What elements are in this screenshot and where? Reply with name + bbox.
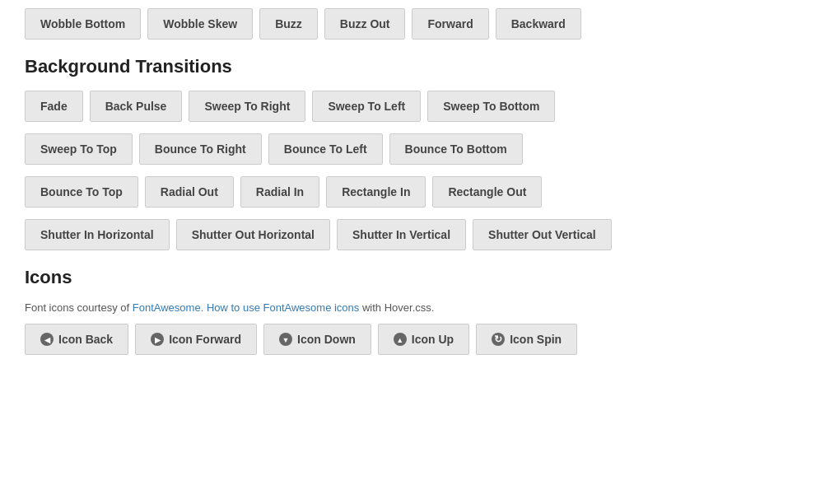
bg-transition-button[interactable]: Sweep To Top	[25, 133, 133, 165]
icons-desc-prefix: Font icons courtesy of	[25, 301, 133, 314]
icon-button-label: Icon Back	[58, 333, 113, 346]
bg-transition-button[interactable]: Fade	[25, 91, 83, 122]
bg-transition-button[interactable]: Back Pulse	[90, 91, 183, 122]
bg-transition-button[interactable]: Radial In	[240, 176, 319, 208]
icon-button-label: Icon Up	[412, 333, 454, 346]
bg-transition-button[interactable]: Bounce To Right	[139, 133, 262, 165]
bg-transition-row: Sweep To TopBounce To RightBounce To Lef…	[25, 133, 800, 165]
top-row-button[interactable]: Wobble Skew	[147, 8, 253, 40]
bg-transition-button[interactable]: Bounce To Bottom	[389, 133, 523, 165]
how-to-link[interactable]: How to use FontAwesome icons	[207, 301, 359, 314]
top-row-button[interactable]: Forward	[412, 8, 488, 40]
bg-transition-button[interactable]: Shutter In Vertical	[337, 219, 466, 250]
top-row-button[interactable]: Buzz Out	[324, 8, 406, 40]
icon-button-label: Icon Down	[297, 333, 356, 346]
bg-transition-button[interactable]: Radial Out	[145, 176, 234, 208]
background-transitions-title: Background Transitions	[25, 56, 800, 77]
bg-transition-button[interactable]: Shutter In Horizontal	[25, 219, 170, 250]
bg-transition-button[interactable]: Rectangle In	[326, 176, 426, 208]
bg-transition-button[interactable]: Rectangle Out	[432, 176, 542, 208]
icons-title: Icons	[25, 267, 800, 288]
icon-button-label: Icon Spin	[510, 333, 562, 346]
bg-transition-button[interactable]: Sweep To Bottom	[427, 91, 555, 122]
bg-transition-row: Bounce To TopRadial OutRadial InRectangl…	[25, 176, 800, 208]
bg-transition-button[interactable]: Sweep To Right	[189, 91, 305, 122]
icon-button[interactable]: Icon Up	[378, 324, 469, 355]
icon-button[interactable]: Icon Back	[25, 324, 128, 355]
bg-transition-button[interactable]: Bounce To Left	[268, 133, 383, 165]
bg-transitions-container: FadeBack PulseSweep To RightSweep To Lef…	[25, 91, 800, 250]
icon-button-label: Icon Forward	[169, 333, 241, 346]
icons-button-group: Icon BackIcon ForwardIcon DownIcon UpIco…	[25, 324, 800, 355]
bg-transition-button[interactable]: Shutter Out Horizontal	[176, 219, 330, 250]
icons-section: Icons Font icons courtesy of FontAwesome…	[25, 267, 800, 355]
icons-desc-suffix: with Hover.css.	[359, 301, 434, 314]
icon-button[interactable]: Icon Spin	[476, 324, 577, 355]
icon-button[interactable]: Icon Forward	[135, 324, 257, 355]
icons-description: Font icons courtesy of FontAwesome. How …	[25, 301, 800, 314]
icon-button[interactable]: Icon Down	[263, 324, 371, 355]
top-row-button[interactable]: Buzz	[259, 8, 318, 40]
top-row-button[interactable]: Backward	[496, 8, 581, 40]
top-row: Wobble BottomWobble SkewBuzzBuzz OutForw…	[25, 8, 800, 40]
bg-transition-button[interactable]: Bounce To Top	[25, 176, 138, 208]
bg-transition-button[interactable]: Sweep To Left	[312, 91, 421, 122]
bg-transition-row: FadeBack PulseSweep To RightSweep To Lef…	[25, 91, 800, 122]
fontawesome-link[interactable]: FontAwesome.	[133, 301, 203, 314]
top-row-button[interactable]: Wobble Bottom	[25, 8, 141, 40]
background-transitions-section: Background Transitions FadeBack PulseSwe…	[25, 56, 800, 250]
bg-transition-row: Shutter In HorizontalShutter Out Horizon…	[25, 219, 800, 250]
bg-transition-button[interactable]: Shutter Out Vertical	[473, 219, 612, 250]
